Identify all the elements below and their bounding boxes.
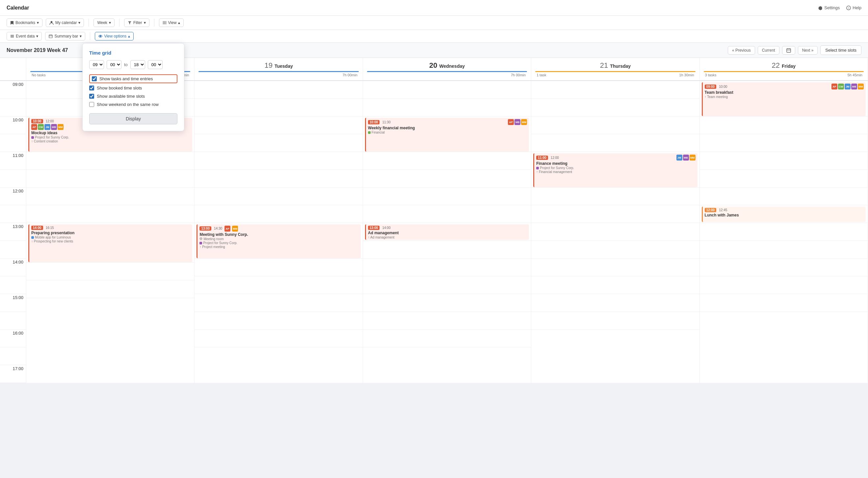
- time-1500: 15:00: [0, 294, 26, 312]
- event-team-breakfast[interactable]: 09:00 10:00 AP CW JM MB MM Team breakfas…: [702, 82, 866, 116]
- prev-button[interactable]: « Previous: [728, 46, 755, 55]
- time-1200: 12:00: [0, 188, 26, 205]
- show-weekend-checkbox[interactable]: [89, 102, 94, 107]
- settings-label: Settings: [824, 5, 840, 10]
- day-tasks-tuesday: 7h 00min: [198, 73, 359, 77]
- event-weekly-financial[interactable]: 10:00 11:30 AP MB MM Weekly financial me…: [365, 118, 529, 152]
- monday-1700: [26, 280, 194, 298]
- event-title-preparing: Preparing presentation: [31, 231, 190, 235]
- thursday-column: 11:00 12:00 JM MB MM Finance meeting Pro…: [531, 81, 700, 383]
- thursday-1100-event: 11:00 12:00 JM MB MM Finance meeting Pro…: [531, 152, 699, 188]
- monday-1200: [26, 152, 194, 170]
- summary-bar-button[interactable]: Summary bar ▾: [45, 32, 85, 40]
- svg-point-2: [51, 21, 53, 23]
- toolbar-row1: Bookmarks ▾ My calendar ▾ Week ▾ Filter …: [0, 16, 868, 30]
- gear-icon: [818, 6, 823, 10]
- columns-icon: [163, 21, 166, 25]
- event-ad-management[interactable]: 13:00 14:00 Ad management ↑ Ad managemen…: [365, 224, 529, 240]
- time-header-spacer: [0, 58, 26, 80]
- cal-icon-button[interactable]: [782, 46, 795, 55]
- monday-1300: [26, 188, 194, 205]
- event-meeting-sunny[interactable]: 13:00 14:30 AP MM Meeting with Sunny Cor…: [196, 224, 361, 258]
- settings-link[interactable]: Settings: [818, 5, 840, 10]
- from-hour-select[interactable]: 091008: [89, 60, 104, 69]
- app-title: Calendar: [7, 5, 29, 11]
- time-1000: 10:00: [0, 117, 26, 134]
- time-1100: 11:00: [0, 152, 26, 170]
- monday-1330: [26, 205, 194, 223]
- event-title-finance: Finance meeting: [536, 161, 695, 166]
- time-1030: [0, 134, 26, 152]
- view-options-dropdown: Time grid 091008 0030 to 181719 0030: [82, 43, 184, 131]
- time-1230: [0, 205, 26, 223]
- view-options-button[interactable]: View options ▴: [95, 32, 134, 40]
- svg-rect-15: [787, 49, 790, 52]
- to-min-select[interactable]: 0030: [148, 60, 163, 69]
- tuesday-1300-event: 13:00 14:30 AP MM Meeting with Sunny Cor…: [194, 223, 363, 259]
- calendar-title: November 2019 Week 47: [7, 47, 68, 53]
- toolbar-sep2: [119, 19, 120, 27]
- time-1700: 17:00: [0, 365, 26, 383]
- display-button[interactable]: Display: [89, 113, 178, 124]
- filter-button[interactable]: Filter ▾: [124, 19, 149, 27]
- event-title-lunch: Lunch with James: [705, 213, 864, 218]
- help-icon: ?: [846, 6, 851, 10]
- event-preparing[interactable]: 14:00 16:15 Preparing presentation Mobil…: [28, 224, 192, 262]
- show-booked-row[interactable]: Show booked time slots: [89, 84, 178, 92]
- calendar-nav-icon: [786, 48, 791, 53]
- show-tasks-checkbox[interactable]: [92, 76, 97, 81]
- week-button[interactable]: Week ▾: [93, 19, 114, 27]
- day-num-22: 22: [772, 61, 780, 70]
- day-tasks-thursday: 1 task 1h 30min: [535, 73, 695, 77]
- show-available-checkbox[interactable]: [89, 94, 94, 99]
- time-1330: [0, 241, 26, 259]
- time-1430: [0, 276, 26, 294]
- from-min-select[interactable]: 0030: [107, 60, 121, 69]
- wednesday-1300-event: 13:00 14:00 Ad management ↑ Ad managemen…: [363, 223, 531, 241]
- to-hour-dropdown[interactable]: 181719: [131, 61, 145, 69]
- bars-icon: [10, 34, 14, 38]
- day-num-20: 20: [429, 61, 437, 70]
- from-hour-dropdown[interactable]: 091008: [90, 61, 104, 69]
- friday-1200-event: 12:00 12:45 Lunch with James: [700, 205, 868, 223]
- show-booked-label: Show booked time slots: [97, 86, 142, 91]
- day-name-wednesday: Wednesday: [439, 63, 465, 69]
- avatar-mm2: MM: [232, 226, 238, 232]
- avatar-ap: AP: [31, 124, 37, 130]
- to-hour-select[interactable]: 181719: [130, 60, 145, 69]
- next-button[interactable]: Next »: [798, 46, 818, 55]
- svg-point-19: [200, 238, 202, 240]
- help-link[interactable]: ? Help: [846, 5, 861, 10]
- show-tasks-row[interactable]: Show tasks and time entries: [89, 74, 178, 83]
- toolbar-row2: Event data ▾ Summary bar ▾ View options …: [0, 30, 868, 43]
- day-header-thursday: 21 Thursday 1 task 1h 30min: [531, 58, 700, 80]
- time-grid-title: Time grid: [89, 50, 178, 56]
- event-lunch-james[interactable]: 12:00 12:45 Lunch with James: [702, 206, 866, 222]
- day-header-tuesday: 19 Tuesday 7h 00min: [194, 58, 363, 80]
- bookmarks-button[interactable]: Bookmarks ▾: [7, 19, 42, 27]
- current-button[interactable]: Current: [758, 46, 779, 55]
- tuesday-column: 13:00 14:30 AP MM Meeting with Sunny Cor…: [194, 81, 363, 383]
- from-min-dropdown[interactable]: 0030: [107, 61, 121, 69]
- day-tasks-wednesday: 7h 00min: [367, 73, 527, 77]
- svg-text:?: ?: [848, 7, 849, 9]
- to-min-dropdown[interactable]: 0030: [148, 61, 162, 69]
- avatar-mb: MB: [51, 124, 57, 130]
- view-button[interactable]: View ▴: [159, 19, 184, 27]
- event-finance-meeting[interactable]: 11:00 12:00 JM MB MM Finance meeting Pro…: [533, 153, 697, 187]
- show-weekend-label: Show weekend on the same row: [97, 102, 159, 107]
- avatar-cw: CW: [38, 124, 44, 130]
- time-1400: 14:00: [0, 259, 26, 276]
- event-data-button[interactable]: Event data ▾: [7, 32, 42, 40]
- time-column: 09:00 10:00 11:00 12:00 13:00 14:00 15:0…: [0, 81, 26, 383]
- show-booked-checkbox[interactable]: [89, 86, 94, 91]
- show-weekend-row[interactable]: Show weekend on the same row: [89, 100, 178, 108]
- my-calendar-button[interactable]: My calendar ▾: [46, 19, 84, 27]
- time-1130: [0, 170, 26, 188]
- friday-column: 09:00 10:00 AP CW JM MB MM Team breakfas…: [700, 81, 868, 383]
- day-num-19: 19: [264, 61, 272, 70]
- show-available-row[interactable]: Show available time slots: [89, 92, 178, 100]
- day-tasks-friday: 3 tasks 5h 45min: [704, 73, 864, 77]
- show-tasks-label: Show tasks and time entries: [99, 76, 153, 81]
- select-time-slots-button[interactable]: Select time slots: [820, 45, 861, 55]
